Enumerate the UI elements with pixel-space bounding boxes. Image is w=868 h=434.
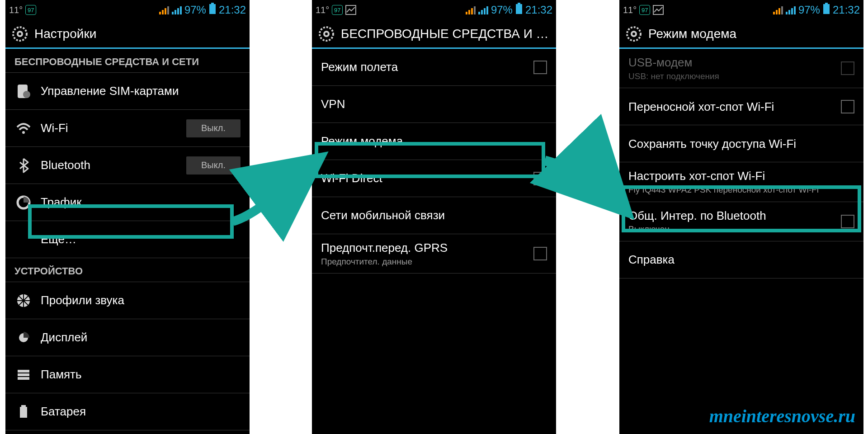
item-sim-management[interactable]: Управление SIM-картами bbox=[5, 73, 250, 110]
spacer-icon bbox=[14, 231, 33, 249]
title-bar: Режим модема bbox=[619, 20, 863, 49]
item-label: Режим полета bbox=[321, 60, 525, 75]
notification-badge: 97 bbox=[25, 5, 36, 15]
svg-point-22 bbox=[325, 33, 328, 35]
item-label: Трафик bbox=[41, 195, 241, 210]
item-label: Управление SIM-картами bbox=[41, 84, 241, 99]
item-wifi[interactable]: Wi-Fi Выкл. bbox=[5, 110, 250, 147]
battery-icon bbox=[14, 403, 33, 421]
status-bar: 11° 97 97% 21:32 bbox=[5, 0, 250, 20]
settings-gear-icon bbox=[317, 25, 335, 43]
item-sublabel: Fly IQ443 WPA2 PSK переносной хот-спот W… bbox=[628, 184, 854, 195]
item-mobile-networks[interactable]: Сети мобильной связи bbox=[312, 197, 556, 234]
screen-title: БЕСПРОВОДНЫЕ СРЕДСТВА И СЕ… bbox=[341, 27, 551, 41]
item-portable-hotspot[interactable]: Переносной хот-спот Wi-Fi bbox=[619, 88, 863, 125]
gprs-checkbox[interactable] bbox=[533, 247, 547, 260]
screen-tethering: 11° 97 97% 21:32 Режим модема bbox=[619, 0, 863, 434]
item-label: Wi-Fi bbox=[41, 121, 178, 136]
item-bluetooth[interactable]: Bluetooth Выкл. bbox=[5, 147, 250, 184]
item-memory[interactable]: Память bbox=[5, 356, 250, 393]
clock: 21:32 bbox=[833, 4, 860, 16]
item-more[interactable]: Еще… bbox=[5, 221, 250, 258]
item-display[interactable]: Дисплей bbox=[5, 319, 250, 356]
item-label: Wi-Fi Direct bbox=[321, 171, 525, 186]
item-gprs-pref[interactable]: Предпочт.перед. GPRS Предпочтител. данны… bbox=[312, 234, 556, 274]
watermark: mneinteresnovse.ru bbox=[709, 406, 855, 427]
section-device: УСТРОЙСТВО bbox=[5, 258, 250, 282]
signal-sim1-icon bbox=[773, 5, 783, 14]
item-battery[interactable]: Батарея bbox=[5, 393, 250, 430]
battery-icon bbox=[823, 3, 830, 17]
settings-gear-icon bbox=[625, 25, 643, 43]
item-bluetooth-share[interactable]: Общ. Интер. по Bluetooth Выключен bbox=[619, 202, 863, 241]
svg-rect-18 bbox=[518, 3, 520, 4]
title-bar: БЕСПРОВОДНЫЕ СРЕДСТВА И СЕ… bbox=[312, 20, 556, 49]
signal-sim1-icon bbox=[466, 5, 476, 14]
battery-icon bbox=[209, 3, 216, 17]
item-label: Настроить хот-спот Wi-Fi bbox=[628, 169, 854, 184]
hotspot-checkbox[interactable] bbox=[841, 100, 854, 113]
item-usb-modem: USB-модем USB: нет подключения bbox=[619, 49, 863, 88]
svg-rect-1 bbox=[209, 4, 216, 14]
item-keep-hotspot[interactable]: Сохранять точку доступа Wi-Fi bbox=[619, 125, 863, 162]
battery-percent: 97% bbox=[798, 4, 820, 16]
title-bar: Настройки bbox=[5, 20, 250, 49]
item-label: Bluetooth bbox=[41, 158, 178, 173]
wifi-toggle[interactable]: Выкл. bbox=[186, 119, 241, 137]
item-label: Профили звука bbox=[41, 293, 241, 308]
svg-rect-13 bbox=[18, 377, 29, 380]
svg-rect-0 bbox=[211, 3, 214, 4]
svg-point-7 bbox=[22, 131, 25, 134]
battery-percent: 97% bbox=[184, 4, 206, 16]
item-label: Справка bbox=[628, 252, 854, 267]
item-wifi-direct[interactable]: Wi-Fi Direct bbox=[312, 160, 556, 197]
item-sound-profiles[interactable]: Профили звука bbox=[5, 282, 250, 319]
temperature-indicator: 11° bbox=[623, 5, 637, 15]
item-label: Предпочт.перед. GPRS bbox=[321, 241, 525, 255]
bluetooth-icon bbox=[14, 156, 33, 175]
wifi-icon bbox=[14, 119, 33, 137]
item-configure-hotspot[interactable]: Настроить хот-спот Wi-Fi Fly IQ443 WPA2 … bbox=[619, 162, 863, 202]
screen-wireless-more: 11° 97 97% 21:32 БЕСПРОВОДНЫЕ СР bbox=[312, 0, 556, 434]
signal-sim2-icon bbox=[786, 5, 796, 14]
item-label: VPN bbox=[321, 97, 547, 112]
settings-gear-icon bbox=[11, 25, 29, 43]
item-sublabel: USB: нет подключения bbox=[628, 71, 833, 82]
svg-point-6 bbox=[23, 91, 30, 98]
battery-percent: 97% bbox=[491, 4, 513, 16]
svg-rect-11 bbox=[18, 370, 29, 373]
temperature-indicator: 11° bbox=[9, 5, 23, 15]
item-label: USB-модем bbox=[628, 55, 833, 70]
data-usage-icon bbox=[14, 193, 33, 212]
screen-title: Настройки bbox=[34, 27, 96, 41]
item-airplane-mode[interactable]: Режим полета bbox=[312, 49, 556, 86]
svg-rect-12 bbox=[18, 373, 29, 376]
clock: 21:32 bbox=[525, 4, 552, 16]
item-tethering[interactable]: Режим модема bbox=[312, 123, 556, 160]
wifidirect-checkbox[interactable] bbox=[533, 172, 547, 185]
item-label: Память bbox=[41, 367, 241, 382]
svg-rect-15 bbox=[20, 407, 27, 418]
display-icon bbox=[14, 329, 33, 347]
item-sublabel: Предпочтител. данные bbox=[321, 256, 525, 267]
notification-badge: 97 bbox=[639, 5, 650, 15]
svg-point-4 bbox=[19, 33, 21, 35]
svg-rect-25 bbox=[823, 4, 830, 14]
item-traffic[interactable]: Трафик bbox=[5, 184, 250, 221]
item-help[interactable]: Справка bbox=[619, 241, 863, 278]
bluetooth-toggle[interactable]: Выкл. bbox=[186, 156, 241, 175]
btshare-checkbox[interactable] bbox=[841, 215, 854, 228]
item-label: Переносной хот-спот Wi-Fi bbox=[628, 99, 833, 114]
battery-icon bbox=[515, 3, 523, 17]
airplane-checkbox[interactable] bbox=[533, 61, 547, 74]
item-label: Батарея bbox=[41, 404, 241, 419]
screenshot-icon bbox=[345, 5, 356, 15]
item-label: Сети мобильной связи bbox=[321, 208, 547, 223]
item-vpn[interactable]: VPN bbox=[312, 86, 556, 123]
item-apps[interactable]: Приложения bbox=[5, 430, 250, 434]
item-sublabel: Выключен bbox=[628, 224, 833, 235]
temperature-indicator: 11° bbox=[316, 5, 329, 15]
section-wireless: БЕСПРОВОДНЫЕ СРЕДСТВА И СЕТИ bbox=[5, 49, 250, 73]
screenshot-icon bbox=[653, 5, 664, 15]
status-bar: 11° 97 97% 21:32 bbox=[619, 0, 863, 20]
